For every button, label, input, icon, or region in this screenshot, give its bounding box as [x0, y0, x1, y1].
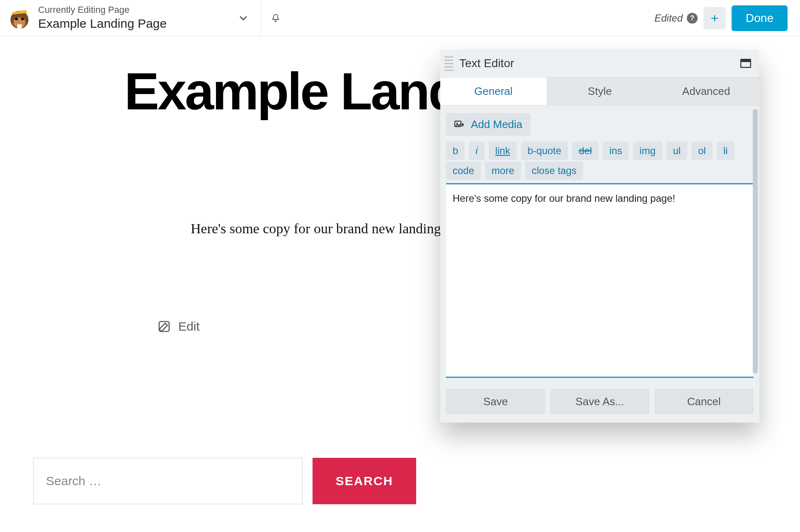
tag-more[interactable]: more — [485, 162, 521, 180]
search-row: SEARCH — [33, 458, 767, 504]
tag-close[interactable]: close tags — [525, 162, 583, 180]
edited-label: Edited — [655, 12, 683, 24]
search-button[interactable]: SEARCH — [313, 458, 416, 504]
panel-footer: Save Save As... Cancel — [440, 382, 759, 423]
quicktag-row-2: code more close tags — [446, 162, 754, 180]
tab-style[interactable]: Style — [547, 77, 653, 105]
cancel-button[interactable]: Cancel — [655, 389, 754, 414]
tag-bold[interactable]: b — [446, 142, 465, 160]
page-menu-toggle[interactable] — [231, 12, 261, 24]
tag-link[interactable]: link — [489, 142, 517, 160]
svg-point-3 — [15, 17, 18, 20]
tag-ul[interactable]: ul — [667, 142, 688, 160]
svg-point-4 — [21, 17, 24, 20]
plus-icon: ＋ — [708, 10, 721, 27]
svg-rect-6 — [159, 322, 169, 331]
text-editor-panel: Text Editor General Style Advanced Add M… — [440, 50, 759, 423]
topbar-left: Currently Editing Page Example Landing P… — [0, 0, 261, 36]
tab-general[interactable]: General — [440, 77, 547, 105]
bell-icon — [271, 13, 281, 24]
tag-italic[interactable]: i — [469, 142, 484, 160]
page-meta: Currently Editing Page Example Landing P… — [38, 5, 231, 31]
panel-scrollbar[interactable] — [753, 109, 758, 374]
editor-content: Here's some copy for our brand new landi… — [453, 193, 675, 204]
add-content-button[interactable]: ＋ — [703, 7, 726, 29]
drag-handle-icon[interactable] — [444, 56, 453, 71]
svg-rect-8 — [741, 59, 751, 62]
editor-textarea[interactable]: Here's some copy for our brand new landi… — [446, 183, 754, 378]
tag-img[interactable]: img — [633, 142, 662, 160]
tag-ins[interactable]: ins — [603, 142, 629, 160]
edit-icon — [158, 320, 171, 333]
tab-advanced[interactable]: Advanced — [653, 77, 759, 105]
tag-bquote[interactable]: b-quote — [521, 142, 568, 160]
page-title: Example Landing Page — [38, 16, 231, 31]
tag-ol[interactable]: ol — [691, 142, 713, 160]
panel-tabs: General Style Advanced — [440, 77, 759, 106]
panel-title: Text Editor — [459, 57, 514, 70]
context-label: Currently Editing Page — [38, 5, 231, 15]
save-button[interactable]: Save — [446, 389, 545, 414]
add-media-label: Add Media — [471, 118, 522, 131]
media-icon — [454, 120, 465, 129]
panel-header[interactable]: Text Editor — [440, 50, 759, 77]
chevron-down-icon — [238, 12, 249, 24]
top-bar: Currently Editing Page Example Landing P… — [0, 0, 800, 36]
edit-label: Edit — [178, 319, 200, 334]
topbar-right: Edited ? ＋ Done — [655, 0, 800, 36]
save-as-button[interactable]: Save As... — [550, 389, 649, 414]
tag-li[interactable]: li — [717, 142, 735, 160]
tag-del[interactable]: del — [572, 142, 599, 160]
tag-code[interactable]: code — [446, 162, 481, 180]
window-icon — [740, 59, 751, 68]
notifications-button[interactable] — [261, 0, 290, 36]
add-media-button[interactable]: Add Media — [446, 113, 531, 136]
beaver-logo-icon — [7, 6, 32, 30]
done-button[interactable]: Done — [732, 5, 788, 31]
panel-body: Add Media b i link b-quote del ins img u… — [440, 106, 759, 382]
search-input[interactable] — [33, 458, 303, 504]
quicktag-row-1: b i link b-quote del ins img ul ol li — [446, 142, 754, 160]
panel-expand-button[interactable] — [740, 59, 751, 68]
edited-indicator: Edited ? — [655, 12, 698, 24]
svg-rect-2 — [17, 24, 22, 29]
help-icon[interactable]: ? — [687, 13, 698, 24]
